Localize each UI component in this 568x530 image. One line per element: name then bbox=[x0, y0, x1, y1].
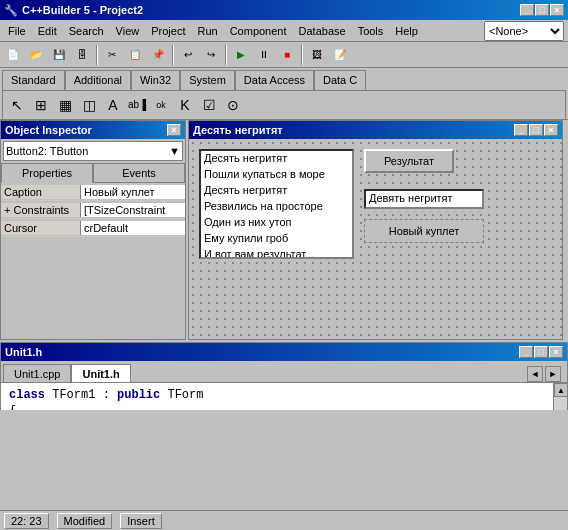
palette-tab-dataaccess[interactable]: Data Access bbox=[235, 70, 314, 90]
code-editor: Unit1.h _ □ × Unit1.cpp Unit1.h ◄ ► clas… bbox=[0, 342, 568, 410]
component-9[interactable]: ⊙ bbox=[221, 93, 245, 117]
component-6[interactable]: ok bbox=[149, 93, 173, 117]
ce-close-button[interactable]: × bbox=[549, 346, 563, 358]
ce-nav-right[interactable]: ► bbox=[545, 366, 561, 382]
component-5[interactable]: ab▐ bbox=[125, 93, 149, 117]
new-button[interactable]: 📄 bbox=[2, 44, 24, 66]
menu-help[interactable]: Help bbox=[389, 23, 424, 39]
cut-button[interactable]: ✂ bbox=[101, 44, 123, 66]
close-button[interactable]: × bbox=[550, 4, 564, 16]
object-inspector: Object Inspector × Button2: TButton ▼ Pr… bbox=[0, 120, 186, 340]
pause-button[interactable]: ⏸ bbox=[253, 44, 275, 66]
undo-button[interactable]: ↩ bbox=[177, 44, 199, 66]
menu-component[interactable]: Component bbox=[224, 23, 293, 39]
paste-button[interactable]: 📌 bbox=[147, 44, 169, 66]
menu-database[interactable]: Database bbox=[293, 23, 352, 39]
list-item-1: Пошли купаться в море bbox=[201, 167, 352, 183]
palette-tab-win32[interactable]: Win32 bbox=[131, 70, 180, 90]
oi-val-cursor[interactable]: crDefault bbox=[81, 221, 185, 235]
ce-tabs: Unit1.cpp Unit1.h bbox=[3, 364, 131, 382]
component-1[interactable]: ⊞ bbox=[29, 93, 53, 117]
component-2[interactable]: ▦ bbox=[53, 93, 77, 117]
ce-tab-h[interactable]: Unit1.h bbox=[71, 364, 130, 382]
status-bar: 22: 23 Modified Insert bbox=[0, 510, 568, 530]
oi-val-constraints[interactable]: [TSizeConstraint bbox=[81, 203, 185, 217]
form-listbox[interactable]: Десять негритят Пошли купаться в море Де… bbox=[199, 149, 354, 259]
toggle-unit-button[interactable]: 📝 bbox=[329, 44, 351, 66]
redo-button[interactable]: ↪ bbox=[200, 44, 222, 66]
run-button[interactable]: ▶ bbox=[230, 44, 252, 66]
scroll-up-button[interactable]: ▲ bbox=[554, 383, 567, 397]
ce-title-text: Unit1.h bbox=[5, 346, 42, 358]
oi-tab-properties[interactable]: Properties bbox=[1, 163, 93, 183]
menu-tools[interactable]: Tools bbox=[352, 23, 390, 39]
code-scrollbar-v[interactable]: ▲ ▼ bbox=[553, 383, 567, 410]
menu-project[interactable]: Project bbox=[145, 23, 191, 39]
list-item-2: Десять негритят bbox=[201, 183, 352, 199]
main-area: Object Inspector × Button2: TButton ▼ Pr… bbox=[0, 120, 568, 410]
toolbar-sep-2 bbox=[172, 45, 174, 65]
oi-dropdown-arrow[interactable]: ▼ bbox=[169, 145, 180, 157]
palette-tab-additional[interactable]: Additional bbox=[65, 70, 131, 90]
title-bar-controls[interactable]: _ □ × bbox=[520, 4, 564, 16]
fd-minimize-button[interactable]: _ bbox=[514, 124, 528, 136]
ce-maximize-button[interactable]: □ bbox=[534, 346, 548, 358]
toggle-form-button[interactable]: 🖼 bbox=[306, 44, 328, 66]
oi-val-caption[interactable]: Новый куплет bbox=[81, 185, 185, 199]
oi-object-dropdown[interactable]: Button2: TButton ▼ bbox=[3, 141, 183, 161]
oi-selected-object: Button2: TButton bbox=[6, 145, 88, 157]
open-button[interactable]: 📂 bbox=[25, 44, 47, 66]
code-content[interactable]: class TForm1 : public TForm { __publishe… bbox=[1, 383, 553, 410]
code-line-0: class TForm1 : public TForm bbox=[9, 387, 545, 403]
edit-field[interactable]: Девять негритят bbox=[364, 189, 484, 209]
save-button[interactable]: 💾 bbox=[48, 44, 70, 66]
oi-row-caption: Caption Новый куплет bbox=[1, 183, 185, 201]
ce-minimize-button[interactable]: _ bbox=[519, 346, 533, 358]
copy-button[interactable]: 📋 bbox=[124, 44, 146, 66]
menu-bar: File Edit Search View Project Run Compon… bbox=[0, 20, 568, 42]
oi-key-cursor: Cursor bbox=[1, 221, 81, 235]
menu-view[interactable]: View bbox=[110, 23, 146, 39]
maximize-button[interactable]: □ bbox=[535, 4, 549, 16]
palette-components: ↖ ⊞ ▦ ◫ A ab▐ ok K ☑ ⊙ bbox=[2, 90, 566, 120]
title-bar-left: 🔧 C++Builder 5 - Project2 bbox=[4, 4, 143, 17]
list-item-6: И вот вам результат... bbox=[201, 247, 352, 259]
fd-controls[interactable]: _ □ × bbox=[514, 124, 558, 136]
minimize-button[interactable]: _ bbox=[520, 4, 534, 16]
fd-close-button[interactable]: × bbox=[544, 124, 558, 136]
component-8[interactable]: ☑ bbox=[197, 93, 221, 117]
save-all-button[interactable]: 🗄 bbox=[71, 44, 93, 66]
menu-run[interactable]: Run bbox=[191, 23, 223, 39]
ce-nav-left[interactable]: ◄ bbox=[527, 366, 543, 382]
palette-tabs-row: Standard Additional Win32 System Data Ac… bbox=[2, 68, 566, 90]
menu-file[interactable]: File bbox=[2, 23, 32, 39]
palette-tab-standard[interactable]: Standard bbox=[2, 70, 65, 90]
oi-close-button[interactable]: × bbox=[167, 124, 181, 136]
result-button[interactable]: Результат bbox=[364, 149, 454, 173]
menu-edit[interactable]: Edit bbox=[32, 23, 63, 39]
new-verse-button[interactable]: Новый куплет bbox=[364, 219, 484, 243]
ce-controls[interactable]: _ □ × bbox=[519, 346, 563, 358]
fd-maximize-button[interactable]: □ bbox=[529, 124, 543, 136]
component-7[interactable]: K bbox=[173, 93, 197, 117]
status-state: Modified bbox=[57, 513, 113, 529]
palette-tab-datac[interactable]: Data C bbox=[314, 70, 366, 90]
oi-tab-events[interactable]: Events bbox=[93, 163, 185, 183]
pointer-tool[interactable]: ↖ bbox=[5, 93, 29, 117]
component-3[interactable]: ◫ bbox=[77, 93, 101, 117]
oi-property-table: Caption Новый куплет + Constraints [TSiz… bbox=[1, 183, 185, 339]
component-4[interactable]: A bbox=[101, 93, 125, 117]
scroll-track[interactable] bbox=[554, 397, 567, 410]
code-line-1: { bbox=[9, 403, 545, 410]
list-item-5: Ему купили гроб bbox=[201, 231, 352, 247]
fd-content: Десять негритят Пошли купаться в море Де… bbox=[189, 139, 562, 339]
menu-search[interactable]: Search bbox=[63, 23, 110, 39]
oi-controls[interactable]: × bbox=[167, 124, 181, 136]
palette-tab-system[interactable]: System bbox=[180, 70, 235, 90]
title-bar: 🔧 C++Builder 5 - Project2 _ □ × bbox=[0, 0, 568, 20]
ce-tab-cpp[interactable]: Unit1.cpp bbox=[3, 364, 71, 382]
active-project-dropdown[interactable]: <None> bbox=[484, 21, 564, 41]
list-item-0: Десять негритят bbox=[201, 151, 352, 167]
stop-button[interactable]: ■ bbox=[276, 44, 298, 66]
status-position: 22: 23 bbox=[4, 513, 49, 529]
